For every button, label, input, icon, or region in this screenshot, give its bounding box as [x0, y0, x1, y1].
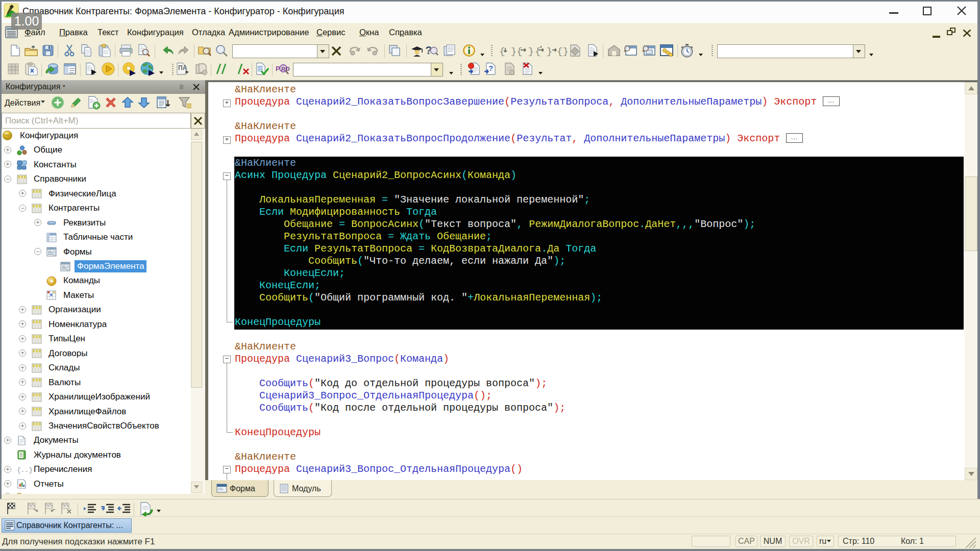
svg-text:{ }: { }: [535, 46, 552, 57]
svg-text:?: ?: [488, 64, 493, 72]
svg-text:{}: {}: [557, 46, 569, 57]
svg-text:ПА: ПА: [178, 64, 187, 71]
svg-text:RO: RO: [281, 66, 290, 72]
svg-text:{ }: { }: [517, 46, 534, 57]
svg-text:{ }: { }: [499, 46, 517, 57]
svg-text:{..}: {..}: [17, 466, 33, 474]
